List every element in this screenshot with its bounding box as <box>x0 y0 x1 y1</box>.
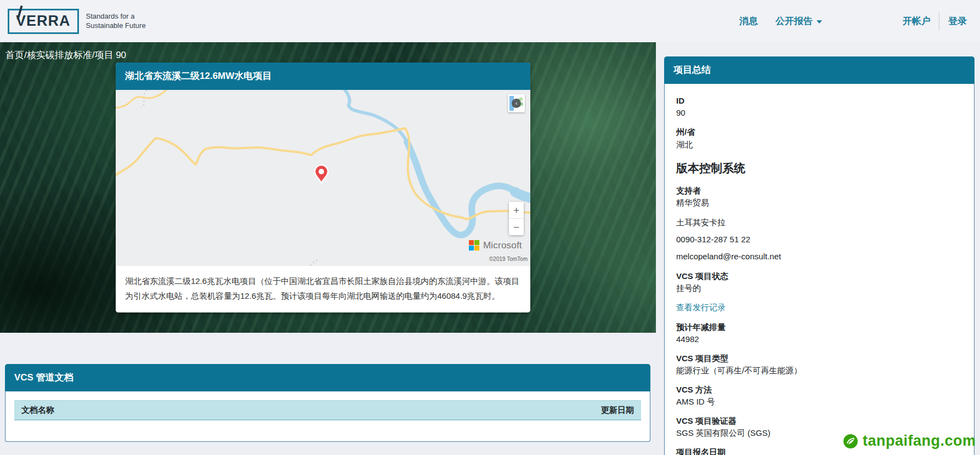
map-copyright: ©2019 TomTom <box>489 256 528 262</box>
field-vcs-status: VCS 项目状态 挂号的 <box>676 270 962 294</box>
breadcrumb[interactable]: 首页/核实碳排放标准/项目 90 <box>0 42 656 61</box>
nav-public-reports[interactable]: 公开报告 <box>775 15 822 27</box>
microsoft-attribution[interactable]: Microsoft <box>469 240 522 251</box>
pipeline-documents-body: 文档名称 更新日期 <box>5 391 650 442</box>
map-zoom-control: + − <box>509 202 524 235</box>
pipeline-documents-card: VCS 管道文档 文档名称 更新日期 <box>5 364 650 442</box>
logo-text: VERRA <box>16 13 71 29</box>
field-estimated-annual-reductions: 预计年减排量 44982 <box>676 321 962 345</box>
map-style-button[interactable]: ‹ <box>508 94 525 112</box>
map-card-title: 湖北省东流溪二级12.6MW水电项目 <box>116 62 530 90</box>
documents-table-empty-body <box>14 420 641 441</box>
zoom-out-button[interactable]: − <box>509 219 524 235</box>
watermark: tanpaifang.com <box>843 433 976 450</box>
project-summary-card: 项目总结 ID 90 州/省 湖北 版本控制系统 支持者 精华贸易 土耳其安卡拉… <box>664 56 975 455</box>
field-proponent: 支持者 精华贸易 <box>676 185 962 209</box>
hero-banner: 首页/核实碳排放标准/项目 90 湖北省东流溪二级12.6MW水电项目 <box>0 42 656 333</box>
nav-divider <box>939 12 939 31</box>
chevron-down-icon <box>817 20 822 24</box>
watermark-text: tanpaifang.com <box>863 433 976 450</box>
map-basemap <box>116 90 530 266</box>
main-nav: 消息 公开报告 开帐户 登录 <box>739 12 967 31</box>
zoom-in-button[interactable]: + <box>509 202 524 218</box>
project-summary-title: 项目总结 <box>664 56 975 84</box>
watermark-logo-icon <box>843 434 858 449</box>
project-description: 湖北省东流溪二级12.6兆瓦水电项目（位于中国湖北省宜昌市长阳土家族自治县境内的… <box>116 266 530 312</box>
microsoft-logo-icon <box>469 240 480 251</box>
left-column: 首页/核实碳排放标准/项目 90 湖北省东流溪二级12.6MW水电项目 <box>0 42 656 442</box>
field-id: ID 90 <box>676 95 962 119</box>
field-province: 州/省 湖北 <box>676 126 962 150</box>
nav-login[interactable]: 登录 <box>948 15 967 27</box>
field-vcs-methodology: VCS 方法 AMS ID 号 <box>676 384 962 408</box>
map-canvas[interactable]: ‹ + − <box>116 90 530 266</box>
content-row: 首页/核实碳排放标准/项目 90 湖北省东流溪二级12.6MW水电项目 <box>0 42 980 455</box>
proponent-location: 土耳其安卡拉 <box>676 217 962 229</box>
column-document-name: 文档名称 <box>21 405 54 416</box>
pipeline-documents-title: VCS 管道文档 <box>5 364 650 391</box>
verra-logo-box: VERRA <box>8 9 79 34</box>
page: VERRA Standards for a Sustainable Future… <box>0 0 980 455</box>
verra-logo[interactable]: VERRA Standards for a Sustainable Future <box>8 9 146 34</box>
proponent-phone: 0090-312-287 51 22 <box>676 234 962 246</box>
proponent-email: melcopeland@re-consult.net <box>676 251 962 263</box>
microsoft-label: Microsoft <box>483 240 522 251</box>
top-header: VERRA Standards for a Sustainable Future… <box>0 0 980 42</box>
map-pin[interactable] <box>315 165 328 183</box>
project-map-card: 湖北省东流溪二级12.6MW水电项目 <box>116 62 530 312</box>
nav-messages[interactable]: 消息 <box>739 15 758 27</box>
field-vcs-project-type: VCS 项目类型 能源行业（可再生/不可再生能源） <box>676 352 962 377</box>
view-issuance-records-link[interactable]: 查看发行记录 <box>676 302 726 314</box>
logo-tagline: Standards for a Sustainable Future <box>86 12 146 31</box>
nav-open-account[interactable]: 开帐户 <box>903 15 931 27</box>
documents-table-header: 文档名称 更新日期 <box>14 400 641 420</box>
project-summary-body: ID 90 州/省 湖北 版本控制系统 支持者 精华贸易 土耳其安卡拉 0090… <box>664 84 975 455</box>
status-value: 挂号的 <box>676 282 962 294</box>
column-updated-date: 更新日期 <box>601 405 634 416</box>
vcs-section-title: 版本控制系统 <box>676 160 962 177</box>
